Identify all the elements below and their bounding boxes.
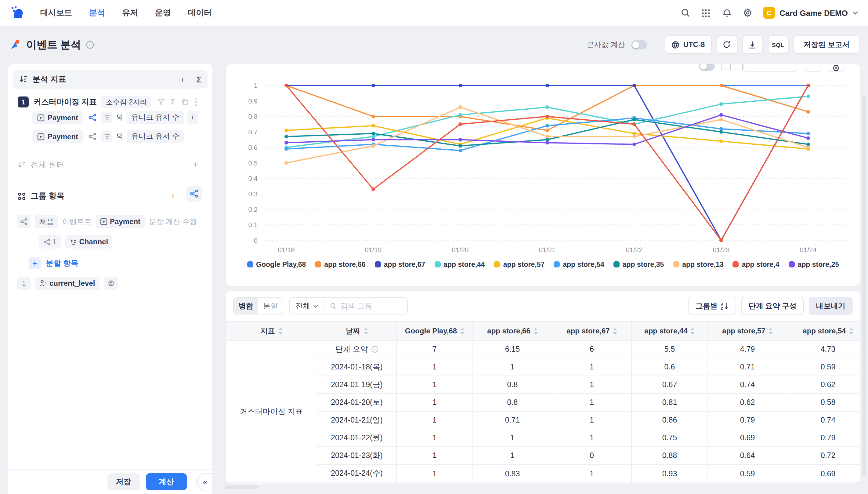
add-global-filter-button[interactable]: + xyxy=(193,160,198,169)
filter-chip-icon[interactable] xyxy=(101,112,112,123)
legend-item-8[interactable]: app store,4 xyxy=(733,261,780,268)
column-header-4[interactable]: app store,67 xyxy=(552,322,632,340)
sort-icon[interactable] xyxy=(691,328,695,334)
add-group-item-button[interactable]: + xyxy=(170,191,176,200)
nav-item-4[interactable]: 데이터 xyxy=(188,7,212,18)
column-header-6[interactable]: app store,57 xyxy=(708,322,787,340)
split-icon-inactive[interactable] xyxy=(87,131,98,142)
saved-reports-button[interactable]: 저장된 보고서 xyxy=(793,35,860,54)
column-header-3[interactable]: app store,66 xyxy=(473,322,552,340)
clipped-toolbar-button-1[interactable] xyxy=(806,64,822,72)
sort-icon[interactable] xyxy=(533,328,538,334)
nav-item-0[interactable]: 대시보드 xyxy=(40,7,72,18)
legend-item-9[interactable]: app store,25 xyxy=(788,261,839,268)
clipped-icon-2[interactable] xyxy=(734,64,743,70)
sort-icon[interactable] xyxy=(769,328,773,334)
settings-gear-icon[interactable] xyxy=(742,7,753,18)
nav-item-3[interactable]: 운영 xyxy=(155,7,171,18)
split-first-pill[interactable]: 처음 xyxy=(35,215,58,228)
add-metric-button[interactable]: + xyxy=(180,75,185,84)
column-header-2[interactable]: Google Play,68 xyxy=(397,322,473,340)
channel-field-pill[interactable]: Channel xyxy=(65,235,112,248)
copy-icon[interactable] xyxy=(181,98,189,106)
formula-sigma-button[interactable]: Σ xyxy=(196,75,201,84)
merge-tab[interactable]: 병합 xyxy=(234,298,258,314)
decimal-format-pill[interactable]: 소수점 2자리 xyxy=(102,96,151,108)
clipped-toggle[interactable] xyxy=(699,64,715,71)
summary-row[interactable]: 단계 요약76.1565.54.794.73 xyxy=(317,341,860,358)
brand-logo-icon[interactable] xyxy=(10,5,24,20)
sort-icon[interactable] xyxy=(613,328,617,334)
info-icon[interactable] xyxy=(371,346,378,353)
sort-icon[interactable] xyxy=(278,328,282,334)
add-split-item-button[interactable]: + 분할 항목 xyxy=(29,257,78,269)
metric-name[interactable]: 커스터마이징 지표 xyxy=(34,97,97,107)
legend-item-6[interactable]: app store,35 xyxy=(613,261,664,268)
legend-item-7[interactable]: app store,13 xyxy=(673,261,724,268)
split-event-pill[interactable]: Payment xyxy=(96,215,145,228)
sigma-icon[interactable]: Σ xyxy=(171,98,175,106)
split-icon-active[interactable] xyxy=(87,112,98,123)
event-pill-payment-b[interactable]: Payment xyxy=(32,130,83,143)
sort-icon[interactable] xyxy=(363,328,368,334)
search-icon[interactable] xyxy=(680,7,690,18)
horizontal-scrollbar-thumb[interactable] xyxy=(225,486,259,489)
clipped-icon-1[interactable] xyxy=(722,64,731,70)
event-pill-payment-a[interactable]: Payment xyxy=(32,111,83,124)
nav-item-1[interactable]: 분석 xyxy=(89,7,105,18)
table-row-1[interactable]: 2024-01-19(금)10.810.670.740.62 xyxy=(317,376,860,394)
summary-config-button[interactable]: 단계 요약 구성 xyxy=(741,297,804,315)
divide-operator-pill[interactable]: / xyxy=(187,111,197,124)
notification-bell-icon[interactable] xyxy=(722,7,732,18)
approx-calc-toggle[interactable] xyxy=(631,40,647,49)
group-field-pill[interactable]: current_level xyxy=(35,277,99,290)
aggregation-pill-b[interactable]: 유니크 유저 수 xyxy=(127,130,183,143)
scope-select[interactable]: 전체 xyxy=(290,298,324,314)
timezone-button[interactable]: UTC-8 xyxy=(665,35,712,54)
info-icon[interactable] xyxy=(86,41,94,49)
apps-grid-icon[interactable] xyxy=(701,7,711,18)
vertical-scrollbar-thumb[interactable] xyxy=(863,95,866,476)
table-row-0[interactable]: 2024-01-18(목)1110.60.710.59 xyxy=(317,358,860,376)
legend-item-5[interactable]: app store,54 xyxy=(554,261,604,268)
sql-button[interactable]: SQL xyxy=(768,35,788,54)
refresh-button[interactable] xyxy=(716,35,737,54)
split-count-chip[interactable]: 1 xyxy=(39,235,61,248)
clipped-chart-type-select[interactable] xyxy=(744,64,797,72)
search-group-input[interactable]: 검색 그룹 xyxy=(324,301,407,311)
group-sort-button[interactable]: 그룹별 AZ xyxy=(688,297,736,315)
group-split-toggle-button[interactable] xyxy=(186,186,202,202)
table-row-2[interactable]: 2024-01-20(토)10.810.810.620.58 xyxy=(317,394,860,412)
account-menu[interactable]: C Card Game DEMO xyxy=(763,7,858,19)
legend-item-1[interactable]: app store,66 xyxy=(315,261,366,268)
line-chart[interactable]: 00.10.20.30.40.50.60.70.80.9101/1801/190… xyxy=(226,74,860,257)
legend-item-0[interactable]: Google Play,68 xyxy=(247,261,306,268)
split-row-icon[interactable] xyxy=(17,215,31,228)
column-header-7[interactable]: app store,54 xyxy=(787,322,860,340)
table-row-3[interactable]: 2024-01-21(일)10.7110.860.790.74 xyxy=(317,412,860,429)
nav-item-2[interactable]: 유저 xyxy=(122,7,138,18)
save-button[interactable]: 저장 xyxy=(107,473,140,490)
export-button[interactable]: 내보내기 xyxy=(809,297,853,315)
column-header-5[interactable]: app store,44 xyxy=(632,322,708,340)
more-dots-icon[interactable] xyxy=(195,98,197,106)
sort-icon[interactable] xyxy=(849,328,853,334)
column-header-1[interactable]: 날짜 xyxy=(317,322,397,340)
legend-item-2[interactable]: app store,67 xyxy=(375,261,426,268)
collapse-sidebar-button[interactable]: « xyxy=(197,473,212,490)
split-tab[interactable]: 분할 xyxy=(258,298,283,314)
table-row-4[interactable]: 2024-01-22(월)1110.750.690.79 xyxy=(317,429,860,447)
filter-chip-icon[interactable] xyxy=(101,131,112,142)
filter-icon[interactable] xyxy=(157,98,164,106)
group-field-settings-button[interactable] xyxy=(104,277,118,290)
calculate-button[interactable]: 계산 xyxy=(146,473,187,490)
aggregation-pill-a[interactable]: 유니크 유저 수 xyxy=(127,111,183,124)
clipped-toolbar-button-2[interactable] xyxy=(828,64,844,72)
column-header-0[interactable]: 지표 xyxy=(226,322,317,340)
download-button[interactable] xyxy=(742,35,763,54)
legend-item-3[interactable]: app store,44 xyxy=(434,261,485,268)
sort-icon[interactable] xyxy=(460,328,464,334)
table-row-6[interactable]: 2024-01-24(수)10.8310.930.590.69 xyxy=(317,465,860,482)
table-row-5[interactable]: 2024-01-23(화)1100.880.640.72 xyxy=(317,447,860,465)
legend-item-4[interactable]: app store,57 xyxy=(494,261,545,268)
